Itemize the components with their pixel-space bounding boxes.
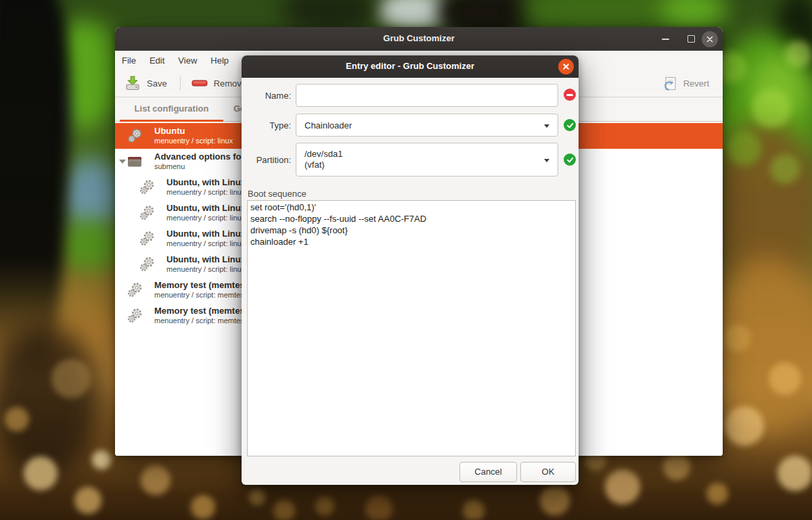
revert-group: Revert xyxy=(660,70,709,97)
desktop: Grub Customizer File Edit View Help Save xyxy=(0,0,812,520)
entry-editor-dialog: Entry editor - Grub Customizer Name: Typ… xyxy=(242,55,579,485)
maximize-icon[interactable] xyxy=(687,35,695,43)
menu-item-help[interactable]: Help xyxy=(210,55,229,66)
folder-icon xyxy=(126,153,143,170)
dialog-title: Entry editor - Grub Customizer xyxy=(242,61,579,71)
dialog-titlebar[interactable]: Entry editor - Grub Customizer xyxy=(242,55,579,78)
name-label: Name: xyxy=(242,91,291,101)
entry-title: Ubuntu, with Linux xyxy=(166,229,246,239)
ok-button[interactable]: OK xyxy=(520,462,576,482)
revert-button[interactable]: Revert xyxy=(683,78,709,89)
gears-icon xyxy=(138,204,156,222)
chevron-down-icon xyxy=(544,159,549,162)
window-titlebar[interactable]: Grub Customizer xyxy=(115,27,723,51)
expander-icon[interactable] xyxy=(119,160,126,164)
boot-sequence-textarea[interactable]: set root='(hd0,1)' search --no-floppy --… xyxy=(247,200,576,456)
status-ok-icon xyxy=(564,153,576,166)
partition-fstype: (vfat) xyxy=(304,160,325,170)
type-label: Type: xyxy=(242,120,291,131)
menu-item-edit[interactable]: Edit xyxy=(150,55,164,66)
gears-icon xyxy=(126,281,143,299)
entry-subtitle: menuentry / script: linux xyxy=(166,214,245,222)
entry-title: Ubuntu, with Linux xyxy=(166,177,246,187)
type-dropdown[interactable]: Chainloader xyxy=(296,114,558,137)
gears-icon xyxy=(126,127,143,145)
partition-dropdown[interactable]: /dev/sda1 (vfat) xyxy=(296,143,558,176)
dialog-close-icon[interactable] xyxy=(558,59,574,74)
entry-subtitle: menuentry / script: linux xyxy=(166,239,245,247)
save-button[interactable]: Save xyxy=(147,78,167,89)
menu-item-file[interactable]: File xyxy=(122,55,136,66)
status-ok-icon xyxy=(564,119,576,131)
cancel-button[interactable]: Cancel xyxy=(459,462,517,482)
remove-icon[interactable] xyxy=(191,74,208,92)
name-input[interactable] xyxy=(296,84,558,107)
gears-icon xyxy=(126,307,143,325)
partition-label: Partition: xyxy=(242,155,291,165)
revert-icon[interactable] xyxy=(660,75,678,93)
entry-title: Ubuntu, with Linux xyxy=(166,254,246,264)
entry-subtitle: menuentry / script: linux xyxy=(166,265,245,273)
entry-title: Ubuntu, with Linux xyxy=(166,203,246,213)
gears-icon xyxy=(138,179,156,196)
entry-subtitle: submenu xyxy=(154,162,185,170)
partition-device: /dev/sda1 xyxy=(304,149,342,159)
status-error-icon xyxy=(564,89,576,101)
gears-icon xyxy=(138,230,156,247)
gears-icon xyxy=(138,256,156,273)
close-icon[interactable] xyxy=(702,31,718,47)
window-title: Grub Customizer xyxy=(115,33,723,43)
minimize-icon[interactable] xyxy=(662,39,669,40)
tab-list-configuration[interactable]: List configuration xyxy=(120,97,223,122)
toolbar-separator xyxy=(180,76,181,91)
entry-title: Ubuntu xyxy=(154,126,185,136)
chevron-down-icon xyxy=(544,124,549,128)
entry-subtitle: menuentry / script: linux xyxy=(154,137,233,145)
type-value: Chainloader xyxy=(304,120,352,131)
save-icon[interactable] xyxy=(124,74,141,92)
menu-item-view[interactable]: View xyxy=(178,55,197,66)
entry-subtitle: menuentry / script: linux xyxy=(166,188,245,196)
boot-sequence-label: Boot sequence xyxy=(248,189,307,199)
